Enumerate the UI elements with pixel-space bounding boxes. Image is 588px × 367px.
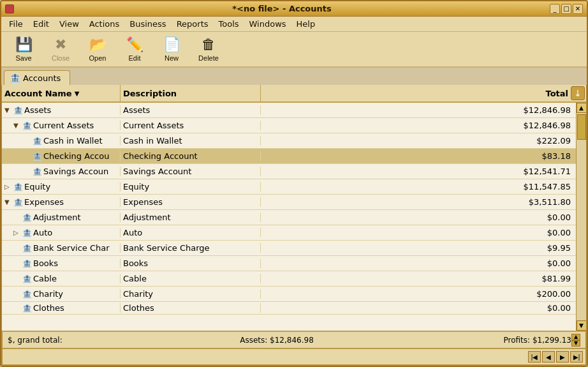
menu-reports[interactable]: Reports [172,18,214,30]
account-icon: 🏦 [22,290,32,299]
close-icon: ✖ [55,36,66,53]
new-icon: 📄 [163,36,180,53]
sort-button[interactable]: ↓ [571,86,585,100]
account-name: Assets [24,105,51,115]
table-row[interactable]: 🏦 Cable Cable $81.99 [2,271,576,287]
account-description: Current Assets [121,121,261,130]
table-row[interactable]: 🏦 Savings Accoun Savings Account $12,541… [2,164,576,179]
delete-button[interactable]: 🗑 Delete [191,34,226,64]
account-name: Savings Accoun [43,167,108,176]
account-total: $0.00 [261,228,576,237]
account-total: $200.00 [261,289,576,299]
sort-down-icon: ↓ [574,88,582,98]
stepper-up[interactable]: ▲ [571,334,580,340]
account-name: Adjustment [33,213,81,222]
edit-button[interactable]: ✏️ Edit [117,34,152,64]
menu-file[interactable]: File [4,18,28,30]
close-button[interactable]: ✕ [573,4,583,14]
column-header-description: Description [121,85,261,101]
status-stepper[interactable]: ▲ ▼ [571,334,580,347]
table-row[interactable]: ▼ 🏦 Expenses Expenses $3,511.80 [2,195,576,210]
table-row[interactable]: 🏦 Charity Charity $200.00 [2,287,576,302]
pager-prev[interactable]: ◀ [542,351,555,363]
save-button[interactable]: 💾 Save [6,34,41,64]
account-total: $0.00 [261,213,576,222]
menu-business[interactable]: Business [124,18,171,30]
account-description: Charity [121,289,261,299]
account-total: $81.99 [261,274,576,283]
column-total-label: Total [545,89,568,98]
account-name: Auto [33,228,52,237]
account-icon: 🏦 [22,259,32,268]
column-header-name[interactable]: Account Name ▼ [2,85,121,101]
table-row[interactable]: ▷ 🏦 Auto Auto $0.00 [2,225,576,241]
close-window-button[interactable] [5,4,14,13]
table-row[interactable]: ▼ 🏦 Current Assets Current Assets $12,84… [2,118,576,133]
account-name: Books [33,258,58,268]
toolbar: 💾 Save ✖ Close 📂 Open ✏️ Edit 📄 New 🗑 De… [1,32,587,68]
account-icon: 🏦 [33,137,42,146]
tab-bar: 🏦 Accounts [1,68,587,85]
pager-next[interactable]: ▶ [556,351,569,363]
account-description: Cash in Wallet [121,136,261,146]
column-name-label: Account Name [4,89,72,98]
account-icon: 🏦 [33,152,42,161]
account-total: $12,846.98 [261,121,576,130]
status-bar: $, grand total: Assets: $12,846.98 Profi… [2,331,586,348]
account-description: Assets [121,105,261,115]
menu-tools[interactable]: Tools [214,18,244,30]
maximize-button[interactable]: □ [561,4,571,14]
table-row[interactable]: 🏦 Clothes Clothes $0.00 [2,302,576,315]
account-total: $9.95 [261,243,576,253]
menu-view[interactable]: View [54,18,84,30]
close-button[interactable]: ✖ Close [43,34,78,64]
scroll-up-button[interactable]: ▲ [577,103,587,113]
account-name: Cash in Wallet [43,136,102,146]
table-row[interactable]: 🏦 Bank Service Char Bank Service Charge … [2,241,576,256]
account-description: Books [121,258,261,268]
scrollbar[interactable]: ▲ ▼ [576,103,586,331]
table-body: ▼ 🏦 Assets Assets $12,846.98 ▼ 🏦 Current… [2,103,576,331]
account-description: Cable [121,274,261,283]
open-button[interactable]: 📂 Open [80,34,115,64]
account-description: Equity [121,182,261,191]
title-bar: *<no file> - Accounts _ □ ✕ [1,1,587,17]
account-description: Clothes [121,303,261,313]
expand-icon[interactable]: ▷ [4,183,12,190]
table-row[interactable]: ▷ 🏦 Equity Equity $11,547.85 [2,179,576,195]
column-description-label: Description [123,89,177,98]
account-total: $12,846.98 [261,105,576,115]
new-button[interactable]: 📄 New [154,34,189,64]
account-icon: 🏦 [22,304,32,313]
table-row[interactable]: 🏦 Checking Accou Checking Account $83.18 [2,149,576,164]
table-row[interactable]: 🏦 Cash in Wallet Cash in Wallet $222.09 [2,133,576,149]
table-scroll[interactable]: ▼ 🏦 Assets Assets $12,846.98 ▼ 🏦 Current… [2,103,576,331]
table-row[interactable]: 🏦 Adjustment Adjustment $0.00 [2,210,576,225]
column-sort-arrow: ▼ [75,90,80,97]
account-icon: 🏦 [13,106,23,115]
menu-actions[interactable]: Actions [84,18,125,30]
menu-bar: File Edit View Actions Business Reports … [1,17,587,32]
expand-icon[interactable]: ▼ [13,122,21,129]
stepper-down[interactable]: ▼ [571,340,580,347]
table-row[interactable]: 🏦 Books Books $0.00 [2,256,576,271]
pager-first[interactable]: |◀ [528,351,541,363]
account-icon: 🏦 [22,274,32,283]
account-total: $222.09 [261,136,576,146]
minimize-button[interactable]: _ [550,4,560,14]
scroll-down-button[interactable]: ▼ [577,320,587,331]
menu-edit[interactable]: Edit [28,18,54,30]
tab-accounts[interactable]: 🏦 Accounts [4,70,70,85]
expand-icon[interactable]: ▷ [13,229,21,236]
account-total: $12,541.71 [261,167,576,176]
account-total: $3,511.80 [261,197,576,207]
table-row[interactable]: ▼ 🏦 Assets Assets $12,846.98 [2,103,576,118]
expand-icon[interactable]: ▼ [4,107,12,114]
scroll-thumb[interactable] [577,114,586,140]
expand-icon[interactable]: ▼ [4,198,12,206]
menu-help[interactable]: Help [291,18,321,30]
pager-last[interactable]: ▶| [570,351,583,363]
status-assets: Assets: $12,846.98 [122,336,431,345]
account-icon: 🏦 [13,183,23,191]
menu-windows[interactable]: Windows [244,18,291,30]
